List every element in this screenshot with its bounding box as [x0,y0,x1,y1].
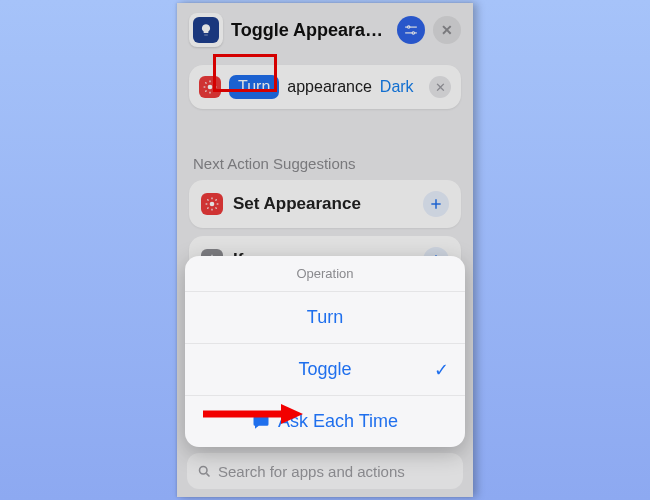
ask-label: Ask Each Time [278,411,398,432]
ask-each-time-button[interactable]: Ask Each Time [185,396,465,447]
svg-line-42 [206,473,209,476]
operation-option-toggle[interactable]: Toggle ✓ [185,344,465,396]
search-input[interactable]: Search for apps and actions [187,453,463,489]
check-icon: ✓ [434,359,449,381]
option-label: Toggle [298,359,351,380]
operation-option-turn[interactable]: Turn [185,292,465,344]
search-placeholder: Search for apps and actions [218,463,405,480]
search-icon [197,464,212,479]
message-icon [252,413,270,431]
sheet-title: Operation [185,256,465,292]
operation-picker-sheet: Operation Turn Toggle ✓ Ask Each Time [185,256,465,447]
option-label: Turn [307,307,343,328]
svg-point-41 [200,466,208,474]
phone-frame: Toggle Appearance... ✕ Turn appearance D… [177,3,473,497]
